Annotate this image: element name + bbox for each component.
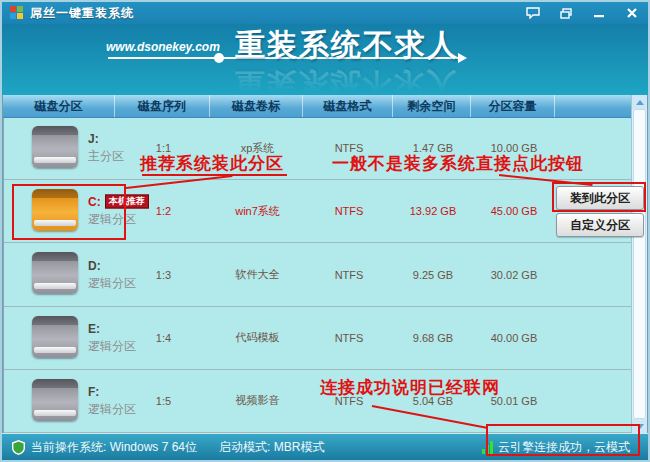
column-header[interactable]: 磁盘分区	[3, 95, 115, 117]
cloud-engine-status: 云引擎连接成功，云模式	[498, 439, 630, 456]
drive-letter: E:	[88, 321, 100, 335]
partition-capacity: 40.00 GB	[472, 332, 556, 344]
column-header[interactable]: 磁盘格式	[303, 95, 393, 117]
column-header[interactable]: 磁盘序列	[115, 95, 210, 117]
feedback-icon[interactable]	[525, 6, 541, 20]
partition-row[interactable]: C: 本机推荐 逻辑分区 1:2 win7系统 NTFS 13.92 GB 45…	[4, 180, 632, 243]
volume-label: 视频影音	[211, 393, 304, 408]
partition-cell: D: 逻辑分区	[4, 243, 116, 305]
drive-letter: D:	[88, 258, 101, 272]
partition-type: 逻辑分区	[88, 337, 136, 354]
boot-mode-status: 启动模式: MBR模式	[219, 439, 324, 456]
partition-row[interactable]: J: 主分区 1:1 xp系统 NTFS 1.47 GB 10.00 GB	[4, 117, 632, 180]
scroll-up-icon[interactable]	[632, 95, 647, 109]
close-icon[interactable]	[624, 6, 640, 20]
drive-letter: J:	[88, 132, 99, 146]
partition-cell: J: 主分区	[4, 117, 116, 179]
volume-label: 软件大全	[211, 267, 304, 282]
disk-format: NTFS	[304, 269, 394, 281]
shield-icon	[12, 440, 25, 455]
partition-row[interactable]: E: 逻辑分区 1:4 代码模板 NTFS 9.68 GB 40.00 GB	[4, 307, 632, 370]
free-space: 13.92 GB	[394, 205, 472, 217]
partition-type: 逻辑分区	[88, 274, 136, 291]
free-space: 9.25 GB	[394, 269, 472, 281]
disk-format: NTFS	[304, 205, 394, 217]
statusbar: 当前操作系统: Windows 7 64位 启动模式: MBR模式 云引擎连接成…	[2, 433, 648, 460]
install-to-partition-button[interactable]: 装到此分区	[556, 186, 644, 210]
partition-cell: E: 逻辑分区	[4, 307, 116, 369]
restore-window-icon[interactable]	[558, 6, 574, 20]
free-space: 9.68 GB	[394, 332, 472, 344]
partition-capacity: 10.00 GB	[472, 142, 556, 154]
minimize-icon[interactable]	[591, 6, 607, 20]
partition-type: 逻辑分区	[88, 400, 136, 417]
app-window: 屌丝一键重装系统 www.dsonekey.com 重装系统不求人 重装系统不求…	[0, 0, 650, 462]
drive-icon	[32, 316, 78, 358]
free-space: 5.04 GB	[394, 395, 472, 407]
drive-icon	[32, 379, 78, 421]
drive-letter: F:	[88, 384, 99, 398]
scrollbar[interactable]	[631, 95, 647, 433]
banner-slogan: 重装系统不求人	[227, 25, 467, 66]
column-header[interactable]: 磁盘卷标	[210, 95, 303, 117]
window-title: 屌丝一键重装系统	[30, 5, 134, 22]
banner-slogan-reflection: 重装系统不求人	[227, 63, 467, 95]
disk-format: NTFS	[304, 395, 394, 407]
recommend-badge: 本机推荐	[105, 195, 149, 209]
drive-icon	[32, 252, 78, 294]
partition-row[interactable]: F: 逻辑分区 1:5 视频影音 NTFS 5.04 GB 50.01 GB	[4, 370, 632, 433]
partition-cell: F: 逻辑分区	[4, 370, 116, 432]
table-body: J: 主分区 1:1 xp系统 NTFS 1.47 GB 10.00 GB C:…	[3, 117, 632, 433]
drive-letter: C:	[88, 195, 101, 209]
partition-capacity: 45.00 GB	[472, 205, 556, 217]
app-logo-icon	[10, 6, 24, 20]
volume-label: xp系统	[211, 141, 304, 156]
column-header[interactable]: 剩余空间	[393, 95, 471, 117]
titlebar: 屌丝一键重装系统	[2, 2, 648, 24]
drive-icon	[32, 126, 78, 168]
disk-serial: 1:1	[116, 142, 211, 154]
partition-type: 主分区	[88, 148, 124, 165]
volume-label: win7系统	[211, 204, 304, 219]
volume-label: 代码模板	[211, 330, 304, 345]
os-status: 当前操作系统: Windows 7 64位	[31, 439, 197, 456]
arrow-dot-icon	[214, 53, 224, 63]
scrollbar-thumb[interactable]	[633, 109, 646, 419]
banner: www.dsonekey.com 重装系统不求人 重装系统不求人	[2, 24, 648, 95]
scroll-down-icon[interactable]	[632, 419, 647, 433]
drive-icon	[32, 189, 78, 231]
custom-partition-button[interactable]: 自定义分区	[556, 213, 644, 237]
table-header: 磁盘分区磁盘序列磁盘卷标磁盘格式剩余空间分区容量	[3, 95, 632, 118]
partition-type: 逻辑分区	[88, 211, 149, 228]
column-header-filler	[555, 95, 632, 117]
disk-format: NTFS	[304, 142, 394, 154]
partition-row[interactable]: D: 逻辑分区 1:3 软件大全 NTFS 9.25 GB 30.02 GB	[4, 243, 632, 306]
website-url: www.dsonekey.com	[106, 40, 220, 54]
free-space: 1.47 GB	[394, 142, 472, 154]
partition-capacity: 50.01 GB	[472, 395, 556, 407]
disk-format: NTFS	[304, 332, 394, 344]
partition-capacity: 30.02 GB	[472, 269, 556, 281]
column-header[interactable]: 分区容量	[471, 95, 555, 117]
signal-bars-icon	[482, 441, 493, 454]
partition-cell: C: 本机推荐 逻辑分区	[4, 180, 116, 242]
